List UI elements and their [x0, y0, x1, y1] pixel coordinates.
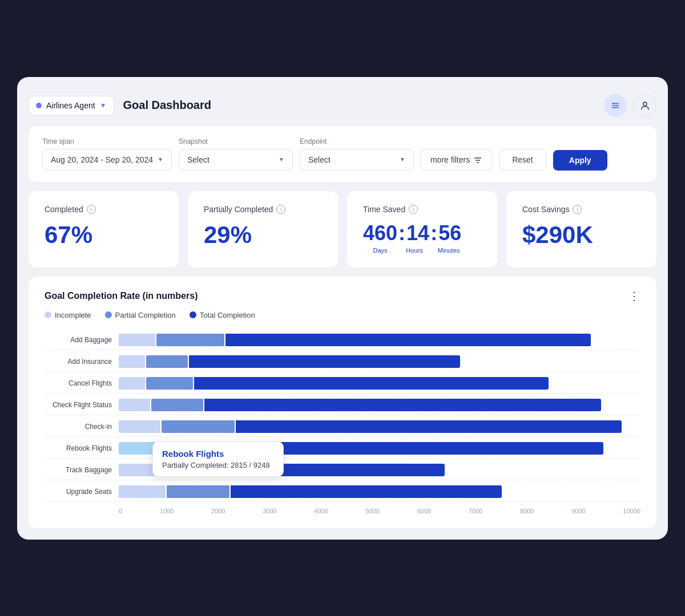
stat-title-1: Partially Completedi — [204, 205, 322, 214]
chart-header: Goal Completion Rate (in numbers) ⋮ — [45, 290, 640, 302]
more-options-button[interactable]: ⋮ — [628, 290, 640, 302]
time-labels: DaysHoursMinutes — [363, 247, 481, 254]
chart-tooltip: Rebook FlightsPartially Completed: 2815 … — [152, 441, 284, 477]
bar-total-5 — [268, 442, 603, 455]
hours-label: Hours — [397, 247, 432, 254]
info-icon-1[interactable]: i — [276, 205, 285, 214]
x-tick-1: 1000 — [160, 508, 174, 514]
x-tick-8: 8000 — [520, 508, 534, 514]
tooltip-text: Partially Completed: 2815 / 9248 — [162, 461, 274, 469]
row-label-1: Add Insurance — [45, 358, 119, 366]
bar-total-7 — [231, 485, 502, 498]
header-right — [604, 94, 656, 117]
filter-lines-icon — [473, 155, 482, 164]
endpoint-select[interactable]: Select ▼ — [300, 149, 414, 171]
x-tick-10: 10000 — [623, 508, 640, 514]
stat-value-3: $290K — [522, 223, 640, 247]
bar-total-2 — [194, 377, 549, 390]
x-tick-0: 0 — [119, 508, 122, 514]
reset-button[interactable]: Reset — [499, 149, 546, 171]
agent-selector[interactable]: Airlines Agent ▼ — [29, 96, 114, 115]
info-icon-0[interactable]: i — [87, 205, 96, 214]
header-left: Airlines Agent ▼ Goal Dashboard — [29, 96, 211, 115]
chart-row-0: Add Baggage — [45, 331, 640, 350]
bar-partial-7 — [167, 485, 229, 498]
chart-row-7: Upgrade Seats — [45, 483, 640, 502]
apply-button[interactable]: Apply — [553, 150, 607, 171]
x-axis: 0100020003000400050006000700080009000100… — [119, 508, 640, 514]
chart-row-6: Track Baggage — [45, 461, 640, 480]
more-filters-label: more filters — [430, 155, 470, 164]
agent-name: Airlines Agent — [46, 101, 95, 110]
user-profile-button[interactable] — [634, 94, 656, 117]
row-label-7: Upgrade Seats — [45, 488, 119, 496]
stat-title-0: Completedi — [45, 205, 163, 214]
x-tick-4: 4000 — [314, 508, 328, 514]
bar-partial-0 — [156, 334, 224, 346]
bar-partial-3 — [151, 399, 203, 411]
bar-total-0 — [225, 334, 591, 346]
chart-row-2: Cancel Flights — [45, 374, 640, 394]
timespan-chevron-icon: ▼ — [158, 156, 163, 163]
chart-row-4: Check-in — [45, 418, 640, 437]
bar-container-1 — [119, 355, 640, 368]
stat-label-2: Time Saved — [363, 205, 405, 214]
header: Airlines Agent ▼ Goal Dashboard — [29, 88, 656, 126]
bar-container-0 — [119, 334, 640, 346]
info-icon-2[interactable]: i — [409, 205, 418, 214]
bar-partial-2 — [146, 377, 193, 390]
endpoint-chevron-icon: ▼ — [400, 156, 405, 163]
row-label-6: Track Baggage — [45, 466, 119, 474]
endpoint-label: Endpoint — [300, 137, 414, 145]
endpoint-placeholder: Select — [308, 155, 331, 164]
bar-container-4 — [119, 420, 640, 433]
bar-total-1 — [189, 355, 460, 368]
bar-incomplete-7 — [119, 485, 166, 498]
stat-card-2: Time Savedi460:14:56DaysHoursMinutes — [347, 191, 497, 268]
main-container: Airlines Agent ▼ Goal Dashboard — [17, 77, 668, 540]
more-filters-button[interactable]: more filters — [421, 149, 492, 171]
legend-label-2: Total Completion — [200, 311, 255, 319]
stat-card-0: Completedi67% — [29, 191, 179, 268]
timespan-label: Time span — [42, 137, 172, 145]
bar-container-2 — [119, 377, 640, 390]
bar-incomplete-4 — [119, 420, 160, 433]
user-icon — [640, 100, 650, 111]
stat-value-time: 460:14:56 — [363, 223, 481, 244]
snapshot-select[interactable]: Select ▼ — [179, 149, 293, 171]
bar-chart: Add BaggageAdd InsuranceCancel FlightsCh… — [45, 331, 640, 514]
timespan-select[interactable]: Aug 20, 2024 - Sep 20, 2024 ▼ — [42, 149, 172, 171]
bar-partial-1 — [146, 355, 188, 368]
stat-value-1: 29% — [204, 223, 322, 247]
chart-title: Goal Completion Rate (in numbers) — [45, 291, 198, 301]
time-colon2: : — [430, 223, 437, 244]
stat-label-3: Cost Savings — [522, 205, 569, 214]
svg-point-6 — [643, 102, 647, 106]
stat-label-1: Partially Completed — [204, 205, 273, 214]
bar-incomplete-3 — [119, 399, 150, 411]
info-icon-3[interactable]: i — [573, 205, 582, 214]
time-minutes: 56 — [438, 223, 461, 244]
bar-partial-4 — [162, 420, 235, 433]
x-tick-9: 9000 — [571, 508, 585, 514]
bar-incomplete-1 — [119, 355, 145, 368]
legend-dot-2 — [190, 311, 196, 318]
chart-row-3: Check Flight Status — [45, 396, 640, 415]
timespan-group: Time span Aug 20, 2024 - Sep 20, 2024 ▼ — [42, 137, 172, 171]
x-tick-3: 3000 — [263, 508, 276, 514]
legend-item-0: Incomplete — [45, 311, 91, 319]
time-days: 460 — [363, 223, 397, 244]
row-label-3: Check Flight Status — [45, 401, 119, 409]
chevron-down-icon: ▼ — [100, 102, 107, 110]
filter-icon-button[interactable] — [604, 94, 627, 117]
chart-legend: IncompletePartial CompletionTotal Comple… — [45, 311, 640, 319]
filter-row: Time span Aug 20, 2024 - Sep 20, 2024 ▼ … — [42, 137, 643, 171]
filter-bar: Time span Aug 20, 2024 - Sep 20, 2024 ▼ … — [29, 126, 656, 182]
x-tick-7: 7000 — [469, 508, 482, 514]
stat-value-0: 67% — [45, 223, 163, 247]
chart-row-1: Add Insurance — [45, 352, 640, 372]
bar-incomplete-2 — [119, 377, 145, 390]
stat-card-1: Partially Completedi29% — [188, 191, 338, 268]
row-label-5: Rebook Flights — [45, 444, 119, 452]
agent-dot — [36, 103, 42, 108]
